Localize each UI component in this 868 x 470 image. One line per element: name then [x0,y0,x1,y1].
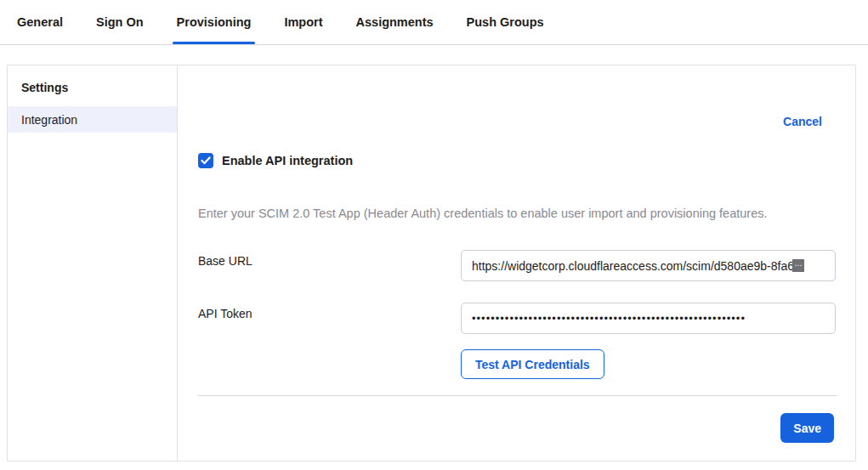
app-tab-bar: General Sign On Provisioning Import Assi… [0,0,868,45]
tab-general[interactable]: General [15,1,65,44]
enable-api-integration-row: Enable API integration [198,153,353,168]
integration-form: Cancel Enable API integration Enter your… [178,65,855,461]
provisioning-panel: Settings Integration Cancel Enable API i… [7,65,856,462]
enable-api-checkbox[interactable] [198,153,213,168]
base-url-input[interactable]: https://widgetcorp.cloudflareaccess.com/… [461,250,836,281]
tab-import[interactable]: Import [282,1,324,44]
base-url-value: https://widgetcorp.cloudflareaccess.com/… [472,259,794,273]
credentials-description: Enter your SCIM 2.0 Test App (Header Aut… [198,207,835,220]
api-token-label: API Token [198,307,252,320]
tab-provisioning[interactable]: Provisioning [175,1,253,44]
tab-push-groups[interactable]: Push Groups [465,1,546,44]
api-token-input[interactable]: ••••••••••••••••••••••••••••••••••••••••… [461,303,836,334]
footer-divider [198,395,837,396]
tab-sign-on[interactable]: Sign On [94,1,145,44]
app-provisioning-page: General Sign On Provisioning Import Assi… [0,0,868,470]
test-api-credentials-button[interactable]: Test API Credentials [461,349,604,379]
text-overflow-marker: ⋯ [792,259,804,272]
save-button[interactable]: Save [780,413,834,443]
tab-assignments[interactable]: Assignments [355,1,435,44]
api-token-masked-value: ••••••••••••••••••••••••••••••••••••••••… [472,312,746,325]
settings-sidebar: Settings Integration [8,65,178,461]
cancel-button[interactable]: Cancel [783,115,822,128]
sidebar-item-integration[interactable]: Integration [8,106,177,133]
sidebar-header: Settings [8,74,177,106]
enable-api-checkbox-label[interactable]: Enable API integration [222,154,353,167]
checkmark-icon [201,156,211,165]
base-url-label: Base URL [198,254,252,268]
